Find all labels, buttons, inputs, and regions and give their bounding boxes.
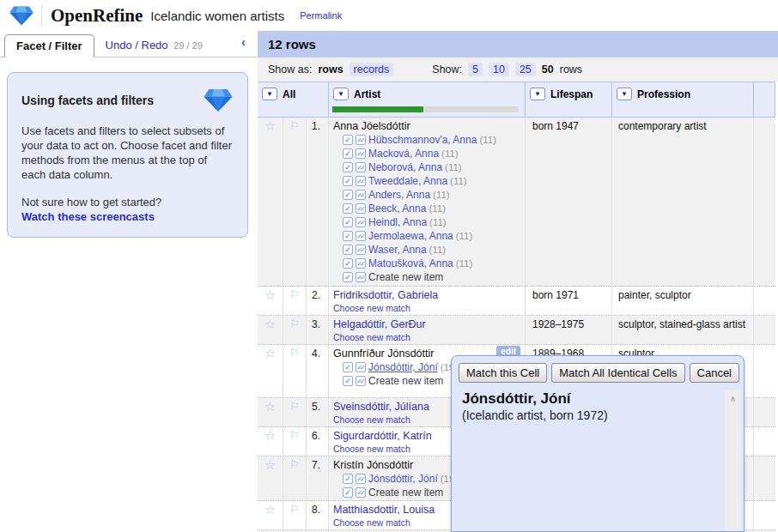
candidate-link[interactable]: Macková, Anna [368, 148, 439, 160]
match-checkbox-icon[interactable]: ✓ [343, 190, 353, 200]
match-all-checkbox-icon[interactable]: ✓✓ [356, 135, 366, 145]
candidate-link[interactable]: Beeck, Anna [368, 203, 426, 215]
page-size-25[interactable]: 25 [515, 63, 536, 76]
choose-new-match-link[interactable]: Choose new match [333, 303, 521, 314]
match-checkbox-icon[interactable]: ✓ [343, 162, 353, 172]
match-all-checkbox-icon[interactable]: ✓✓ [356, 474, 366, 484]
page-size-5[interactable]: 5 [468, 63, 483, 76]
page-size-50-selected[interactable]: 50 [542, 63, 554, 76]
candidate-link[interactable]: Jónsdóttir, Jóní [368, 361, 438, 373]
screencasts-link[interactable]: Watch these screencasts [21, 210, 234, 223]
match-checkbox-icon[interactable]: ✓ [343, 217, 353, 227]
match-all-checkbox-icon[interactable]: ✓✓ [356, 148, 366, 159]
create-new-item-link[interactable]: Create new item [368, 487, 443, 499]
match-checkbox-icon[interactable]: ✓ [343, 231, 353, 241]
candidate-link[interactable]: Heindl, Anna [368, 216, 427, 228]
rows-suffix-label: rows [560, 63, 582, 76]
row-index: 1. [307, 118, 329, 286]
sidebar-tabstrip: Facet / Filter Undo / Redo 29 / 29 ‹ [0, 31, 258, 57]
show-as-rows-option[interactable]: rows [318, 63, 343, 76]
star-icon[interactable]: ☆ [264, 504, 276, 529]
candidate-link[interactable]: Waser, Anna [368, 244, 427, 256]
flag-icon[interactable]: ⚐ [289, 459, 300, 499]
match-all-checkbox-icon[interactable]: ✓✓ [356, 162, 366, 172]
match-all-checkbox-icon[interactable]: ✓✓ [356, 376, 366, 386]
match-checkbox-icon[interactable]: ✓ [343, 258, 353, 269]
match-all-checkbox-icon[interactable]: ✓✓ [356, 245, 366, 255]
candidate-link[interactable]: Anders, Anna [368, 189, 430, 201]
match-checkbox-icon[interactable]: ✓ [343, 135, 353, 145]
all-column-menu-icon[interactable]: ▼ [262, 88, 277, 100]
match-all-checkbox-icon[interactable]: ✓✓ [356, 258, 366, 269]
profession-column-menu-icon[interactable]: ▼ [617, 88, 632, 100]
flag-cell: ⚐ [283, 501, 307, 529]
candidate-link[interactable]: Matoušková, Anna [368, 257, 453, 269]
match-checkbox-icon[interactable]: ✓ [343, 245, 353, 255]
artist-column-menu-icon[interactable]: ▼ [333, 88, 349, 100]
flag-icon[interactable]: ⚐ [289, 430, 300, 455]
candidate-link[interactable]: Jónsdóttir, Jóní [368, 473, 438, 485]
flag-cell: ⚐ [283, 316, 307, 344]
match-checkbox-icon[interactable]: ✓ [343, 176, 353, 186]
star-icon[interactable]: ☆ [264, 430, 276, 455]
star-icon[interactable]: ☆ [264, 120, 276, 285]
match-checkbox-icon[interactable]: ✓ [343, 376, 353, 386]
artist-name[interactable]: Fridriksdottir, Gabriela [333, 289, 521, 302]
flag-cell: ⚐ [283, 427, 307, 456]
permalink-link[interactable]: Permalink [300, 10, 342, 21]
star-icon[interactable]: ☆ [264, 459, 276, 499]
star-icon[interactable]: ☆ [264, 318, 276, 343]
match-checkbox-icon[interactable]: ✓ [343, 487, 353, 498]
tab-undo-redo[interactable]: Undo / Redo 29 / 29 [94, 34, 214, 57]
match-checkbox-icon[interactable]: ✓ [343, 272, 353, 282]
flag-icon[interactable]: ⚐ [289, 504, 300, 529]
match-checkbox-icon[interactable]: ✓ [343, 362, 353, 372]
match-all-identical-cells-button[interactable]: Match All Identical Cells [551, 363, 684, 383]
match-all-checkbox-icon[interactable]: ✓✓ [356, 190, 366, 200]
candidate-preview-description: (Icelandic artist, born 1972) [452, 408, 744, 423]
candidate-link[interactable]: Hübschmannov'a, Anna [368, 134, 477, 146]
match-all-checkbox-icon[interactable]: ✓✓ [356, 362, 366, 372]
collapse-sidebar-icon[interactable]: ‹ [236, 35, 251, 50]
partial-cell [754, 118, 775, 286]
choose-new-match-link[interactable]: Choose new match [333, 332, 521, 343]
match-this-cell-button[interactable]: Match this Cell [459, 363, 547, 383]
artist-cell: Fridriksdottir, GabrielaChoose new match [329, 287, 526, 315]
match-all-checkbox-icon[interactable]: ✓✓ [356, 176, 366, 186]
flag-icon[interactable]: ⚐ [289, 289, 300, 314]
page-size-10[interactable]: 10 [489, 63, 509, 76]
lifespan-column-menu-icon[interactable]: ▼ [530, 88, 545, 100]
star-icon[interactable]: ☆ [264, 401, 276, 426]
match-checkbox-icon[interactable]: ✓ [343, 474, 353, 484]
candidate-link[interactable]: Tweeddale, Anna [368, 175, 447, 187]
match-all-checkbox-icon[interactable]: ✓✓ [356, 231, 366, 241]
match-checkbox-icon[interactable]: ✓ [343, 148, 353, 159]
candidate-count: (11) [433, 190, 450, 200]
flag-icon[interactable]: ⚐ [289, 318, 300, 343]
match-all-checkbox-icon[interactable]: ✓✓ [356, 272, 366, 282]
create-new-item-link[interactable]: Create new item [368, 271, 443, 283]
scroll-up-icon[interactable]: ∧ [725, 390, 741, 403]
partial-cell [754, 398, 775, 426]
show-as-records-option[interactable]: records [349, 63, 394, 76]
star-icon[interactable]: ☆ [264, 348, 276, 396]
artist-cell: Anna Jóelsdóttir✓✓✓Hübschmannov'a, Anna(… [329, 118, 526, 286]
star-icon[interactable]: ☆ [264, 289, 276, 314]
candidate-link[interactable]: Jermolaewa, Anna [368, 230, 453, 242]
flag-icon[interactable]: ⚐ [289, 348, 300, 396]
match-all-checkbox-icon[interactable]: ✓✓ [356, 217, 366, 227]
cancel-button[interactable]: Cancel [690, 363, 739, 383]
popup-scrollbar[interactable]: ∧ [725, 390, 741, 531]
match-all-checkbox-icon[interactable]: ✓✓ [356, 203, 366, 214]
flag-icon[interactable]: ⚐ [289, 120, 300, 285]
flag-icon[interactable]: ⚐ [289, 401, 300, 426]
star-cell: ☆ [258, 456, 283, 500]
candidate-link[interactable]: Neborová, Anna [368, 161, 442, 173]
candidate-count: (11) [429, 245, 447, 255]
app-header: OpenRefine Icelandic women artists Perma… [0, 0, 778, 31]
artist-name[interactable]: Helgadóttir, GerÐur [333, 318, 521, 331]
create-new-item-link[interactable]: Create new item [368, 375, 443, 387]
match-all-checkbox-icon[interactable]: ✓✓ [356, 487, 366, 498]
tab-facet-filter[interactable]: Facet / Filter [4, 34, 94, 57]
match-checkbox-icon[interactable]: ✓ [343, 203, 353, 214]
